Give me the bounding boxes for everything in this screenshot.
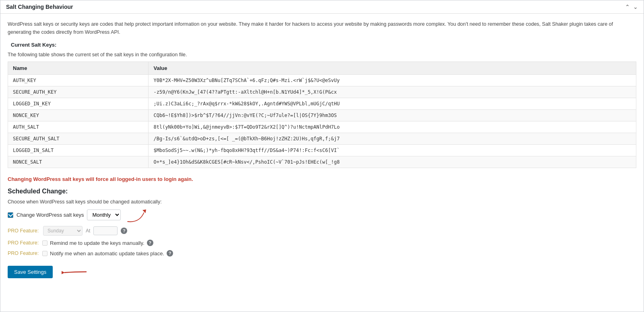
salt-name: NONCE_KEY [8, 110, 149, 121]
salt-value: ;Ui.z)C3aLi6c;_?rAx@q$rrx-*kW&28$kOY,.Ag… [149, 98, 636, 110]
salt-name: SECURE_AUTH_KEY [8, 86, 149, 98]
help-icon-3[interactable]: ? [167, 250, 173, 257]
table-description: The following table shows the current se… [8, 52, 636, 57]
header-controls: ⌃ ⌄ [625, 4, 638, 10]
page-wrapper: Salt Changing Behaviour ⌃ ⌄ WordPress sa… [0, 0, 644, 312]
pro-label-1: PRO Feature: [8, 228, 40, 234]
col-name: Name [8, 62, 149, 75]
save-button[interactable]: Save Settings [8, 266, 53, 278]
svg-marker-1 [62, 271, 65, 274]
salt-value: 8tl(yNk00b+Yo]Wi,&@jnmeyvB>:$7T=QDo9T2&r… [149, 121, 636, 133]
help-icon-2[interactable]: ? [147, 240, 153, 246]
expand-button[interactable]: ⌄ [633, 4, 638, 10]
salt-value: O+*s_]e4}1Oh&dS&K8kCGES[#cR~kNsv</,PshoI… [149, 156, 636, 168]
svg-marker-0 [142, 209, 146, 213]
salt-name: LOGGED_IN_KEY [8, 98, 149, 110]
pro-label-2: PRO Feature: [8, 240, 40, 246]
current-salt-label: Current Salt Keys: [8, 42, 636, 48]
col-value: Value [149, 62, 636, 75]
salt-name: AUTH_KEY [8, 75, 149, 86]
day-select: SundayMondayTuesdayWednesdayThursdayFrid… [43, 226, 83, 236]
table-row: NONCE_SALTO+*s_]e4}1Oh&dS&K8kCGES[#cR~kN… [8, 156, 636, 168]
at-label: At [86, 228, 90, 234]
salt-name: SECURE_AUTH_SALT [8, 133, 149, 145]
page-title: Salt Changing Behaviour [6, 4, 73, 10]
salt-name: AUTH_SALT [8, 121, 149, 133]
scheduled-heading: Scheduled Change: [8, 188, 636, 195]
table-row: LOGGED_IN_KEY;Ui.z)C3aLi6c;_?rAx@q$rrx-*… [8, 98, 636, 110]
description-text: WordPress salt keys or security keys are… [8, 20, 636, 36]
arrow-indicator [124, 205, 149, 227]
table-row: SECURE_AUTH_KEY-z59/n@Y6(KnJw_[47(4??aPT… [8, 86, 636, 98]
choose-text: Choose when WordPress salt keys should b… [8, 199, 636, 205]
salt-name: LOGGED_IN_SALT [8, 145, 149, 156]
notify-checkbox [42, 251, 47, 256]
time-input: 00:00 [93, 226, 118, 235]
pro-remind-row: PRO Feature: Remind me to update the key… [8, 240, 636, 246]
salt-table: Name Value AUTH_KEYY0B*2X-MHV=Z50W3Xz^uB… [8, 62, 636, 168]
pro-feature-day-row: PRO Feature: SundayMondayTuesdayWednesda… [8, 226, 636, 236]
page-header: Salt Changing Behaviour ⌃ ⌄ [0, 0, 644, 14]
table-row: NONCE_KEYCQb6~!E$Yh8])>$rb^$T/?64//jjVn:… [8, 110, 636, 121]
table-row: LOGGED_IN_SALT$MboSodSj5~~.w(N&;)*yh-fbq… [8, 145, 636, 156]
save-section: Save Settings [8, 264, 636, 280]
pro-notify-row: PRO Feature: Notify me when an automatic… [8, 250, 636, 257]
save-arrow [58, 264, 91, 280]
table-row: SECURE_AUTH_SALT/Bg-Is/s6`&utdQ>oD+zs,[<… [8, 133, 636, 145]
frequency-select[interactable]: MonthlyWeeklyDailyNever [87, 209, 121, 220]
page-content: WordPress salt keys or security keys are… [0, 14, 644, 286]
salt-value: CQb6~!E$Yh8])>$rb^$T/?64//jjVn:@vYE(?C;~… [149, 110, 636, 121]
warning-text: Changing WordPress salt keys will force … [8, 176, 636, 182]
change-label: Change WordPress salt keys [17, 212, 84, 218]
notify-label: Notify me when an automatic update takes… [50, 250, 164, 257]
salt-value: Y0B*2X-MHV=Z50W3Xz^uBNu[ZTq7SChA`+6.qFz;… [149, 75, 636, 86]
remind-label: Remind me to update the keys manually. [50, 240, 144, 246]
pro-label-3: PRO Feature: [8, 250, 40, 256]
change-checkbox[interactable] [8, 212, 13, 218]
salt-name: NONCE_SALT [8, 156, 149, 168]
table-row: AUTH_SALT8tl(yNk00b+Yo]Wi,&@jnmeyvB>:$7T… [8, 121, 636, 133]
collapse-button[interactable]: ⌃ [625, 4, 630, 10]
salt-value: $MboSodSj5~~.w(N&;)*yh-fbqo8xHH?93qtff//… [149, 145, 636, 156]
remind-checkbox [42, 240, 47, 246]
salt-value: /Bg-Is/s6`&utdQ>oD+zs,[<=[ _=(@bTkXh~B6H… [149, 133, 636, 145]
help-icon-1[interactable]: ? [121, 228, 127, 234]
salt-value: -z59/n@Y6(KnJw_[47(4??aPTgtt:-aXltchl@H+… [149, 86, 636, 98]
change-row: Change WordPress salt keys MonthlyWeekly… [8, 209, 636, 220]
table-row: AUTH_KEYY0B*2X-MHV=Z50W3Xz^uBNu[ZTq7SChA… [8, 75, 636, 86]
